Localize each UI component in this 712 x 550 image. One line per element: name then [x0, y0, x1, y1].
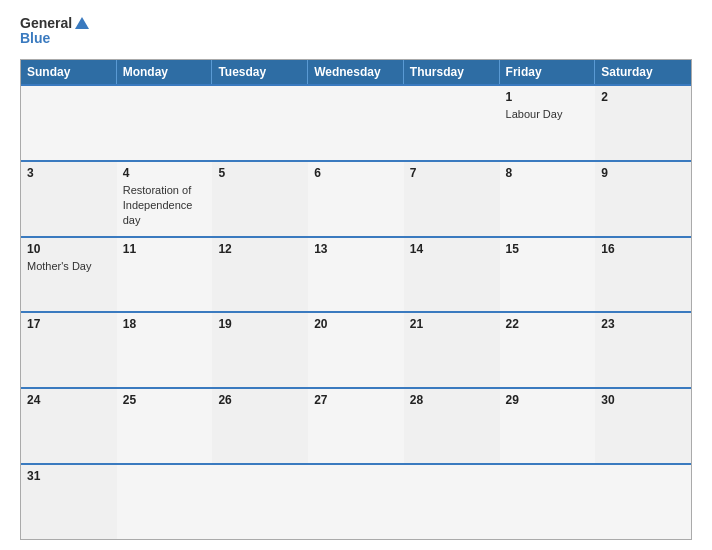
cell-day-number: 30	[601, 393, 685, 407]
cal-cell-r4-c2: 26	[212, 389, 308, 463]
cal-cell-r4-c4: 28	[404, 389, 500, 463]
cell-day-number: 4	[123, 166, 207, 180]
cal-cell-r3-c2: 19	[212, 313, 308, 387]
cell-day-number: 27	[314, 393, 398, 407]
cell-day-number: 9	[601, 166, 685, 180]
cal-cell-r4-c0: 24	[21, 389, 117, 463]
logo-general-text: General	[20, 16, 72, 31]
calendar-row-0: 1Labour Day2	[21, 84, 691, 160]
cell-event-label: Mother's Day	[27, 260, 91, 272]
cal-cell-r1-c3: 6	[308, 162, 404, 236]
col-header-sunday: Sunday	[21, 60, 117, 84]
cell-day-number: 21	[410, 317, 494, 331]
cell-day-number: 25	[123, 393, 207, 407]
cal-cell-r0-c2	[212, 86, 308, 160]
cal-cell-r5-c5	[500, 465, 596, 539]
cal-cell-r0-c0	[21, 86, 117, 160]
cal-cell-r0-c3	[308, 86, 404, 160]
cell-day-number: 2	[601, 90, 685, 104]
calendar-row-5: 31	[21, 463, 691, 539]
cell-day-number: 28	[410, 393, 494, 407]
cal-cell-r4-c5: 29	[500, 389, 596, 463]
calendar-row-1: 34Restoration of Independence day56789	[21, 160, 691, 236]
calendar-row-3: 17181920212223	[21, 311, 691, 387]
col-header-thursday: Thursday	[404, 60, 500, 84]
cell-day-number: 11	[123, 242, 207, 256]
cell-day-number: 15	[506, 242, 590, 256]
cal-cell-r0-c5: 1Labour Day	[500, 86, 596, 160]
cell-day-number: 6	[314, 166, 398, 180]
cal-cell-r3-c0: 17	[21, 313, 117, 387]
cell-day-number: 19	[218, 317, 302, 331]
cal-cell-r2-c1: 11	[117, 238, 213, 312]
cal-cell-r2-c2: 12	[212, 238, 308, 312]
cal-cell-r2-c0: 10Mother's Day	[21, 238, 117, 312]
cal-cell-r3-c1: 18	[117, 313, 213, 387]
cell-day-number: 20	[314, 317, 398, 331]
cal-cell-r5-c3	[308, 465, 404, 539]
cal-cell-r2-c5: 15	[500, 238, 596, 312]
calendar-body: 1Labour Day234Restoration of Independenc…	[21, 84, 691, 539]
cal-cell-r0-c4	[404, 86, 500, 160]
cell-day-number: 1	[506, 90, 590, 104]
cell-day-number: 8	[506, 166, 590, 180]
cell-day-number: 23	[601, 317, 685, 331]
cell-day-number: 14	[410, 242, 494, 256]
cal-cell-r1-c4: 7	[404, 162, 500, 236]
cal-cell-r2-c4: 14	[404, 238, 500, 312]
header: General Blue	[20, 16, 692, 47]
cal-cell-r0-c1	[117, 86, 213, 160]
cell-day-number: 10	[27, 242, 111, 256]
cell-day-number: 7	[410, 166, 494, 180]
cal-cell-r5-c0: 31	[21, 465, 117, 539]
cal-cell-r4-c1: 25	[117, 389, 213, 463]
col-header-monday: Monday	[117, 60, 213, 84]
cal-cell-r1-c0: 3	[21, 162, 117, 236]
cell-day-number: 26	[218, 393, 302, 407]
calendar-header-row: Sunday Monday Tuesday Wednesday Thursday…	[21, 60, 691, 84]
calendar-row-2: 10Mother's Day111213141516	[21, 236, 691, 312]
cell-day-number: 5	[218, 166, 302, 180]
cell-day-number: 13	[314, 242, 398, 256]
col-header-saturday: Saturday	[595, 60, 691, 84]
cell-day-number: 3	[27, 166, 111, 180]
cal-cell-r1-c6: 9	[595, 162, 691, 236]
cal-cell-r5-c1	[117, 465, 213, 539]
cell-day-number: 16	[601, 242, 685, 256]
cal-cell-r3-c5: 22	[500, 313, 596, 387]
calendar-row-4: 24252627282930	[21, 387, 691, 463]
cal-cell-r3-c3: 20	[308, 313, 404, 387]
cal-cell-r5-c4	[404, 465, 500, 539]
cal-cell-r3-c6: 23	[595, 313, 691, 387]
cal-cell-r5-c6	[595, 465, 691, 539]
cell-day-number: 24	[27, 393, 111, 407]
cal-cell-r2-c6: 16	[595, 238, 691, 312]
col-header-tuesday: Tuesday	[212, 60, 308, 84]
cal-cell-r1-c2: 5	[212, 162, 308, 236]
cell-day-number: 29	[506, 393, 590, 407]
cal-cell-r4-c3: 27	[308, 389, 404, 463]
cell-event-label: Labour Day	[506, 108, 563, 120]
calendar-grid: Sunday Monday Tuesday Wednesday Thursday…	[20, 59, 692, 540]
cal-cell-r3-c4: 21	[404, 313, 500, 387]
cell-event-label: Restoration of Independence day	[123, 184, 193, 227]
col-header-friday: Friday	[500, 60, 596, 84]
cell-day-number: 17	[27, 317, 111, 331]
cal-cell-r4-c6: 30	[595, 389, 691, 463]
cal-cell-r1-c5: 8	[500, 162, 596, 236]
cal-cell-r0-c6: 2	[595, 86, 691, 160]
logo-triangle-icon	[75, 17, 89, 29]
cell-day-number: 22	[506, 317, 590, 331]
calendar-page: General Blue Sunday Monday Tuesday Wedne…	[0, 0, 712, 550]
cal-cell-r5-c2	[212, 465, 308, 539]
cell-day-number: 12	[218, 242, 302, 256]
cal-cell-r2-c3: 13	[308, 238, 404, 312]
cell-day-number: 18	[123, 317, 207, 331]
logo: General Blue	[20, 16, 89, 47]
cell-day-number: 31	[27, 469, 111, 483]
logo-blue-text: Blue	[20, 31, 89, 46]
cal-cell-r1-c1: 4Restoration of Independence day	[117, 162, 213, 236]
col-header-wednesday: Wednesday	[308, 60, 404, 84]
